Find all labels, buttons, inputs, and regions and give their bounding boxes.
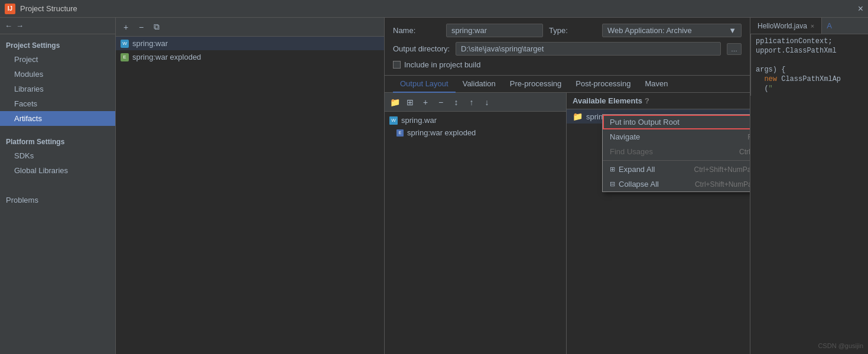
title-bar: IJ Project Structure ×: [0, 0, 868, 18]
sidebar-item-global-libraries[interactable]: Global Libraries: [0, 163, 115, 178]
grid-tool-button[interactable]: ⊞: [404, 96, 417, 109]
watermark: CSDN @gusijin: [818, 342, 863, 349]
folder-tool-button[interactable]: 📁: [388, 96, 401, 109]
tab-output-layout[interactable]: Output Layout: [393, 76, 456, 93]
help-icon: ?: [645, 96, 649, 105]
output-exploded-icon: E: [396, 129, 404, 137]
folder-icon: 📁: [573, 112, 583, 121]
context-menu-collapse-all[interactable]: ⊟ Collapse All Ctrl+Shift+NumPad /: [603, 177, 750, 191]
main-layout: ← → Project Settings Project Modules Lib…: [0, 18, 868, 354]
artifact-item-spring-war[interactable]: W spring:war: [116, 37, 384, 50]
move-down-button[interactable]: ↓: [480, 96, 493, 109]
content-header: Name: spring:war Type: Web Application: …: [385, 18, 750, 76]
tab-post-processing[interactable]: Post-processing: [568, 76, 638, 93]
platform-settings-title: Platform Settings: [0, 131, 115, 148]
code-tab-helloworld[interactable]: HelloWorld.java ×: [750, 18, 822, 34]
context-menu-put-into-output-root[interactable]: Put into Output Root: [603, 115, 750, 129]
move-up-button[interactable]: ↑: [465, 96, 478, 109]
sidebar-item-problems[interactable]: Problems: [0, 190, 115, 210]
code-tab-close[interactable]: ×: [811, 22, 814, 30]
output-dir-value[interactable]: D:\site\java\spring\target: [456, 42, 721, 56]
artifact-list: W spring:war E spring:war exploded: [116, 37, 384, 354]
tab-maven[interactable]: Maven: [638, 76, 675, 93]
code-tab-extra[interactable]: A: [822, 19, 837, 33]
output-item-spring-war[interactable]: W spring.war: [385, 114, 566, 126]
output-tree: W spring.war E spring:war exploded: [385, 112, 566, 354]
code-line-2: upport.ClassPathXml: [751, 46, 868, 56]
code-line-6: (": [751, 84, 868, 93]
sidebar-item-facets[interactable]: Facets: [0, 96, 115, 111]
artifact-panel: + − ⧉ W spring:war E spring:war exploded: [116, 18, 385, 354]
sidebar-item-project[interactable]: Project: [0, 52, 115, 67]
war-icon: W: [121, 40, 129, 48]
context-menu-navigate[interactable]: Navigate F12: [603, 129, 750, 144]
sidebar-item-artifacts[interactable]: Artifacts: [0, 111, 115, 126]
title-bar-title: Project Structure: [20, 4, 77, 13]
artifact-item-spring-war-exploded[interactable]: E spring:war exploded: [116, 50, 384, 64]
nav-forward-button[interactable]: →: [16, 21, 24, 30]
add-artifact-button[interactable]: +: [119, 21, 132, 34]
tabs-bar: Output Layout Validation Pre-processing …: [385, 76, 750, 93]
artifact-toolbar: + − ⧉: [116, 18, 384, 37]
type-label: Type:: [549, 26, 596, 35]
output-war-icon: W: [389, 116, 398, 125]
context-menu-find-usages[interactable]: Find Usages Ctrl+G: [603, 144, 750, 159]
output-layout-area: 📁 ⊞ + − ↕ ↑ ↓ W spring.war E spring:war: [385, 93, 750, 354]
include-build-checkbox[interactable]: [393, 61, 401, 69]
remove-output-button[interactable]: −: [434, 96, 447, 109]
include-build-row: Include in project build: [393, 60, 742, 69]
output-toolbar: 📁 ⊞ + − ↕ ↑ ↓: [385, 93, 566, 112]
code-line-4: args) {: [751, 65, 868, 74]
app-icon: IJ: [5, 4, 15, 14]
sidebar-item-libraries[interactable]: Libraries: [0, 82, 115, 96]
name-value[interactable]: spring:war: [446, 24, 543, 37]
remove-artifact-button[interactable]: −: [135, 21, 148, 34]
sidebar: ← → Project Settings Project Modules Lib…: [0, 18, 116, 354]
include-build-label: Include in project build: [404, 60, 480, 69]
name-row: Name: spring:war Type: Web Application: …: [393, 24, 742, 37]
browse-button[interactable]: …: [727, 43, 742, 55]
type-selector[interactable]: Web Application: Archive ▼: [602, 24, 742, 37]
output-item-spring-war-exploded[interactable]: E spring:war exploded: [385, 126, 566, 139]
sort-output-button[interactable]: ↕: [450, 96, 463, 109]
sidebar-item-modules[interactable]: Modules: [0, 67, 115, 82]
output-dir-row: Output directory: D:\site\java\spring\ta…: [393, 42, 742, 56]
code-line-5: new ClassPathXmlAp: [751, 74, 868, 84]
collapse-icon: ⊟: [610, 180, 615, 188]
output-left-panel: 📁 ⊞ + − ↕ ↑ ↓ W spring.war E spring:war: [385, 93, 567, 354]
code-panel: pplicationContext; upport.ClassPathXml a…: [750, 34, 868, 96]
context-menu-expand-all[interactable]: ⊞ Expand All Ctrl+Shift+NumPad *: [603, 162, 750, 177]
exploded-icon: E: [121, 53, 129, 61]
sidebar-item-sdks[interactable]: SDKs: [0, 148, 115, 163]
tab-validation[interactable]: Validation: [456, 76, 503, 93]
nav-back-button[interactable]: ←: [5, 21, 12, 30]
project-settings-title: Project Settings: [0, 34, 115, 52]
code-tab-bar: HelloWorld.java × A: [750, 18, 868, 34]
copy-artifact-button[interactable]: ⧉: [150, 21, 163, 34]
dropdown-icon: ▼: [729, 26, 736, 35]
context-menu-divider: [603, 160, 750, 161]
available-elements-header: Available Elements ?: [567, 93, 750, 109]
output-dir-label: Output directory:: [393, 44, 450, 53]
content-panel: Name: spring:war Type: Web Application: …: [385, 18, 750, 354]
expand-icon: ⊞: [610, 165, 615, 173]
title-bar-left: IJ Project Structure: [5, 4, 77, 14]
available-elements-panel: Available Elements ? 📁 spring Put into O…: [567, 93, 750, 354]
code-line-3: [751, 56, 868, 65]
tab-pre-processing[interactable]: Pre-processing: [503, 76, 568, 93]
close-button[interactable]: ×: [858, 4, 863, 14]
code-line-1: pplicationContext;: [751, 37, 868, 46]
name-label: Name:: [393, 26, 440, 35]
add-output-button[interactable]: +: [419, 96, 432, 109]
context-menu: Put into Output Root Navigate F12 Find U…: [602, 114, 750, 192]
